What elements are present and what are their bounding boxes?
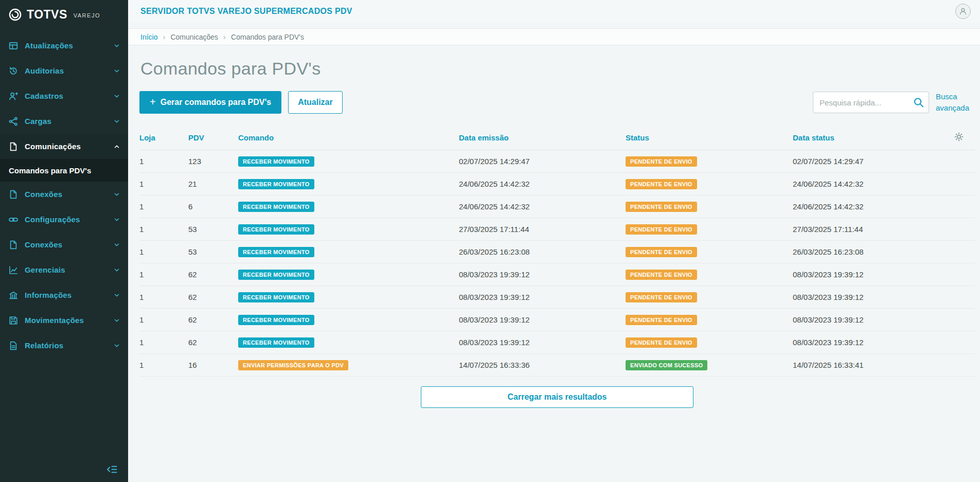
sidebar-item-label: Auditorias [25,66,107,75]
chart-icon [9,265,18,275]
refresh-button[interactable]: Atualizar [288,91,343,114]
cell-data-status: 02/07/2025 14:29:47 [793,150,954,173]
cell-data-status: 24/06/2025 14:42:32 [793,195,954,218]
cell-loja: 1 [139,263,188,286]
app-title: SERVIDOR TOTVS VAREJO SUPERMERCADOS PDV [140,7,955,16]
breadcrumb-item-comunicacoes[interactable]: Comunicações [170,33,218,41]
sidebar-item-label: Cargas [25,117,107,126]
cell-comando: RECEBER MOVIMENTO [238,263,459,286]
table-row: 1 6 RECEBER MOVIMENTO 24/06/2025 14:42:3… [139,195,975,218]
sidebar-item-cadastros[interactable]: Cadastros [0,83,128,109]
brand-name: TOTVS [27,8,67,22]
load-more-wrap: Carregar mais resultados [139,377,975,423]
page-title: Comandos para PDV's [140,59,975,79]
sidebar-item-auditorias[interactable]: Auditorias [0,58,128,83]
cell-actions [954,173,975,195]
search-icon[interactable] [913,97,924,108]
sidebar-subitem-comandos-para-pdv-s[interactable]: Comandos para PDV's [0,159,128,182]
chevron-down-icon [114,292,120,298]
generate-commands-label: Gerar comandos para PDV's [161,98,271,107]
toolbar: + Gerar comandos para PDV's Atualizar Bu… [139,91,975,114]
generate-commands-button[interactable]: + Gerar comandos para PDV's [139,91,281,114]
cell-data-status: 24/06/2025 14:42:32 [793,173,954,195]
column-header-loja[interactable]: Loja [139,129,188,150]
link-icon [9,215,18,224]
cell-comando: RECEBER MOVIMENTO [238,309,459,331]
cell-actions [954,286,975,309]
column-header-status[interactable]: Status [626,129,793,150]
cell-data-emissao: 02/07/2025 14:29:47 [459,150,626,173]
cell-data-status: 26/03/2025 16:23:08 [793,241,954,263]
settings-gear-icon[interactable] [954,132,964,141]
collapse-menu-icon[interactable] [106,465,118,474]
status-badge: PENDENTE DE ENVIO [626,202,697,212]
column-header-comando[interactable]: Comando [238,129,459,150]
file-icon [9,240,18,249]
status-badge: PENDENTE DE ENVIO [626,156,697,167]
comando-badge: RECEBER MOVIMENTO [238,315,314,325]
sidebar-item-label: Gerenciais [25,265,107,274]
breadcrumb-separator-icon: › [223,32,226,41]
quick-search-input[interactable] [813,92,929,113]
chevron-down-icon [114,267,120,273]
breadcrumb-item-comandos-para-pdv-s: Comandos para PDV's [231,33,304,41]
sidebar-item-label: Atualizações [25,41,107,50]
cell-status: PENDENTE DE ENVIO [626,286,793,309]
main-area: SERVIDOR TOTVS VAREJO SUPERMERCADOS PDV … [128,0,980,482]
sidebar: TOTVS VAREJO Atualizações Auditorias Cad… [0,0,128,482]
cell-comando: RECEBER MOVIMENTO [238,218,459,241]
app-root: TOTVS VAREJO Atualizações Auditorias Cad… [0,0,980,482]
column-header-data-emissao[interactable]: Data emissão [459,129,626,150]
brand-logo: TOTVS VAREJO [0,0,128,26]
load-more-button[interactable]: Carregar mais resultados [421,386,693,408]
comando-badge: RECEBER MOVIMENTO [238,337,314,348]
column-header-pdv[interactable]: PDV [188,129,238,150]
sidebar-item-comunicacoes[interactable]: Comunicações [0,134,128,159]
cell-loja: 1 [139,195,188,218]
table-row: 1 21 RECEBER MOVIMENTO 24/06/2025 14:42:… [139,173,975,195]
cell-actions [954,241,975,263]
avatar[interactable] [955,4,971,19]
cell-status: PENDENTE DE ENVIO [626,195,793,218]
cell-comando: RECEBER MOVIMENTO [238,286,459,309]
sidebar-item-label: Comunicações [25,142,107,151]
cell-pdv: 123 [188,150,238,173]
comando-badge: RECEBER MOVIMENTO [238,179,314,189]
file-icon [9,190,18,199]
table-row: 1 53 RECEBER MOVIMENTO 27/03/2025 17:11:… [139,218,975,241]
sidebar-item-informacoes[interactable]: Informações [0,282,128,308]
table-row: 1 123 RECEBER MOVIMENTO 02/07/2025 14:29… [139,150,975,173]
sidebar-item-cargas[interactable]: Cargas [0,109,128,134]
brand-sub: VAREJO [74,12,100,19]
cell-pdv: 62 [188,331,238,354]
breadcrumb-item-inicio[interactable]: Início [140,33,157,41]
sidebar-item-conexoes[interactable]: Conexões [0,182,128,207]
sidebar-item-relatorios[interactable]: Relatórios [0,333,128,358]
column-header-data-status[interactable]: Data status [793,129,954,150]
table-row: 1 53 RECEBER MOVIMENTO 26/03/2025 16:23:… [139,241,975,263]
report-icon [9,341,18,350]
cell-pdv: 53 [188,218,238,241]
cell-loja: 1 [139,286,188,309]
cell-status: PENDENTE DE ENVIO [626,263,793,286]
cell-pdv: 6 [188,195,238,218]
sidebar-menu: Atualizações Auditorias Cadastros Cargas… [0,26,128,458]
sidebar-item-atualizacoes[interactable]: Atualizações [0,33,128,58]
status-badge: ENVIADO COM SUCESSO [626,360,707,370]
cell-status: PENDENTE DE ENVIO [626,241,793,263]
advanced-search-link[interactable]: Busca avançada [936,91,975,114]
sidebar-item-configuracoes[interactable]: Configurações [0,207,128,232]
cell-pdv: 62 [188,263,238,286]
cell-loja: 1 [139,150,188,173]
status-badge: PENDENTE DE ENVIO [626,315,697,325]
cell-comando: RECEBER MOVIMENTO [238,195,459,218]
sidebar-item-movimentacoes[interactable]: Movimentações [0,308,128,333]
sidebar-item-conexoes[interactable]: Conexões [0,232,128,257]
sidebar-item-gerenciais[interactable]: Gerenciais [0,257,128,282]
comando-badge: RECEBER MOVIMENTO [238,247,314,257]
table-body: 1 123 RECEBER MOVIMENTO 02/07/2025 14:29… [139,150,975,377]
topbar: SERVIDOR TOTVS VAREJO SUPERMERCADOS PDV [128,0,980,23]
cell-data-emissao: 27/03/2025 17:11:44 [459,218,626,241]
chevron-down-icon [114,43,120,49]
cell-actions [954,309,975,331]
